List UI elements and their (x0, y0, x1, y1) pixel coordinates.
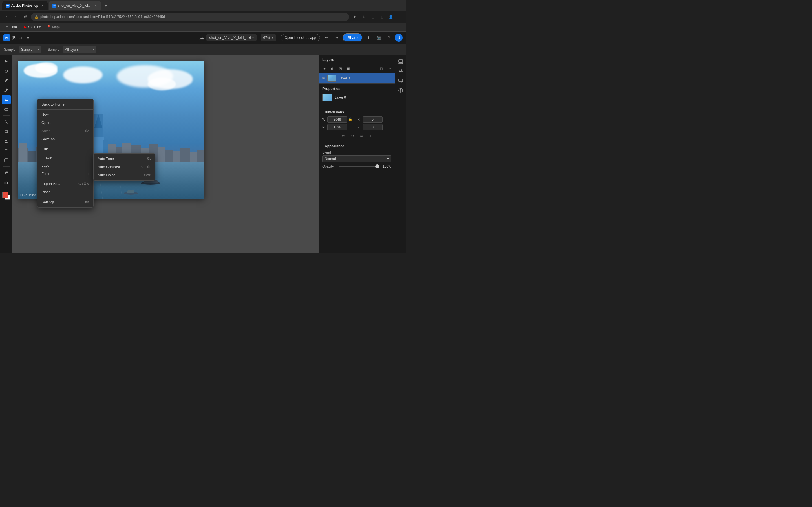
cloud-button[interactable]: ☁ (199, 35, 204, 41)
dimensions-title-row[interactable]: ▾ Dimensions (322, 110, 391, 114)
export-button[interactable]: ⬆ (364, 34, 373, 42)
sidebar-toggle-button[interactable]: ⊞ (378, 13, 386, 21)
appearance-title-row[interactable]: ▾ Appearance (322, 144, 391, 148)
adjust-sidebar-button[interactable] (396, 67, 405, 75)
active-tool[interactable] (2, 95, 11, 104)
stamp-tool[interactable] (2, 136, 11, 146)
svg-rect-58 (399, 62, 403, 64)
blend-mode-value: Normal (325, 157, 336, 161)
image-menu-item[interactable]: Image › (38, 153, 93, 161)
color-indicator[interactable] (2, 192, 10, 200)
open-desktop-button[interactable]: Open in desktop app (281, 34, 320, 41)
layer-item-0[interactable]: 👁 Layer 0 (319, 73, 395, 83)
beta-label: (Beta) (12, 36, 22, 40)
new-tab-button[interactable]: + (102, 2, 109, 9)
redo-button[interactable]: ↪ (333, 34, 341, 42)
shape-tool[interactable] (2, 156, 11, 165)
bookmark-maps[interactable]: 📍 Maps (45, 24, 63, 30)
eraser-tool[interactable] (2, 105, 11, 114)
layers-title: Layers (322, 57, 334, 62)
profile-button[interactable]: 👤 (387, 13, 395, 21)
layer-menu-item[interactable]: Layer › (38, 161, 93, 170)
adjust-layer-button[interactable]: ◐ (329, 65, 336, 72)
comments-sidebar-button[interactable] (396, 76, 405, 85)
blend-mode-dropdown[interactable]: Normal ▾ (322, 156, 391, 162)
text-tool[interactable]: T (2, 146, 11, 155)
opacity-slider-thumb[interactable] (375, 165, 379, 168)
apply-dim-button[interactable]: ↻ (349, 133, 356, 139)
undo-button[interactable]: ↩ (322, 34, 331, 42)
tab-photoshop-1[interactable]: Ps Adobe Photoshop ✕ (2, 1, 48, 10)
zoom-level-button[interactable]: 67% ▾ (260, 34, 276, 41)
filter-menu-item[interactable]: Filter › (38, 170, 93, 178)
place-menu-item[interactable]: Place... (38, 188, 93, 196)
blend-chevron: ▾ (387, 157, 389, 161)
share-button[interactable]: Share (343, 33, 363, 42)
camera-button[interactable]: 📷 (374, 34, 383, 42)
y-input[interactable] (363, 124, 383, 130)
flip-v-button[interactable]: ⇕ (367, 133, 374, 139)
share-page-button[interactable]: ⬆ (351, 13, 359, 21)
back-to-home-item[interactable]: Back to Home (38, 100, 93, 108)
auto-tone-item[interactable]: Auto Tone ⇧⌘L (94, 155, 155, 163)
help-button[interactable]: ? (385, 34, 393, 42)
tab-list-button[interactable]: ⋯ (397, 2, 404, 9)
height-input[interactable] (327, 124, 347, 130)
x-input[interactable] (363, 116, 383, 122)
bookmark-button[interactable]: ☆ (360, 13, 368, 21)
bookmark-youtube[interactable]: ▶ YouTube (22, 24, 43, 30)
tab-close-1[interactable]: ✕ (40, 3, 44, 8)
bookmark-gmail[interactable]: ✉ Gmail (3, 24, 20, 30)
back-button[interactable]: ‹ (2, 13, 10, 21)
group-layer-button[interactable]: ▣ (345, 65, 352, 72)
layers-sidebar-button[interactable] (396, 57, 405, 66)
cast-button[interactable]: ⊡ (369, 13, 377, 21)
layers-tool[interactable] (2, 178, 11, 187)
mask-layer-button[interactable]: ⊡ (337, 65, 344, 72)
auto-tone-label: Auto Tone (98, 157, 114, 161)
crop-tool[interactable] (2, 127, 11, 136)
reset-dim-button[interactable]: ↺ (340, 133, 347, 139)
flip-h-button[interactable]: ⇔ (358, 133, 365, 139)
export-as-shortcut: ⌥⇧⌘W (77, 182, 89, 186)
save-as-menu-item[interactable]: Save as... (38, 135, 93, 143)
appearance-chevron: ▾ (322, 145, 324, 148)
opacity-slider[interactable] (339, 166, 379, 167)
settings-menu-item[interactable]: Settings... ⌘K (38, 198, 93, 206)
more-layers-button[interactable]: ⋯ (386, 65, 393, 72)
new-menu-item[interactable]: New... (38, 110, 93, 119)
layer-visibility-toggle[interactable]: 👁 (322, 76, 325, 80)
reload-button[interactable]: ↺ (21, 13, 29, 21)
svg-rect-52 (131, 187, 132, 191)
hamburger-menu-button[interactable]: ≡ (24, 34, 32, 42)
width-row: W 🔒 (322, 116, 356, 122)
export-as-menu-item[interactable]: Export As... ⌥⇧⌘W (38, 180, 93, 188)
edit-menu-item[interactable]: Edit › (38, 145, 93, 153)
user-avatar[interactable]: U (395, 34, 403, 42)
lasso-tool[interactable] (2, 66, 11, 75)
width-input[interactable] (327, 116, 347, 122)
delete-layer-button[interactable]: 🗑 (378, 65, 385, 72)
layers-dropdown[interactable]: All layers ▾ (63, 47, 96, 53)
auto-color-item[interactable]: Auto Color ⇧⌘B (94, 171, 155, 179)
zoom-chevron: ▾ (272, 36, 273, 39)
select-tool[interactable] (2, 57, 11, 66)
forward-button[interactable]: › (12, 13, 20, 21)
info-sidebar-button[interactable] (396, 86, 405, 95)
tab-photoshop-2[interactable]: Ps shot_on_Vivo_X_fold_-16 - Ad... ✕ (49, 1, 101, 10)
sample-dropdown[interactable]: Sample ▾ (19, 47, 42, 53)
open-menu-item[interactable]: Open... (38, 119, 93, 127)
adjustment-tool[interactable] (2, 168, 11, 177)
cloud-2 (35, 62, 57, 73)
brush-tool[interactable] (2, 86, 11, 95)
file-name-button[interactable]: shot_on_Vivo_X_fold_-16 ▾ (206, 34, 257, 41)
more-button[interactable]: ⋮ (396, 13, 404, 21)
pen-tool[interactable] (2, 76, 11, 85)
zoom-tool[interactable] (2, 117, 11, 126)
add-layer-button[interactable]: + (321, 65, 328, 72)
tab-close-2[interactable]: ✕ (93, 3, 98, 8)
address-bar[interactable]: 🔒 photoshop.adobe.com/id/urn:aaid:sc:AP:… (31, 13, 349, 21)
auto-contrast-item[interactable]: Auto Contrast ⌥⇧⌘L (94, 163, 155, 171)
canvas-area[interactable]: Fox's House Back to Home New... Open... (12, 55, 319, 253)
foreground-color[interactable] (2, 192, 8, 198)
